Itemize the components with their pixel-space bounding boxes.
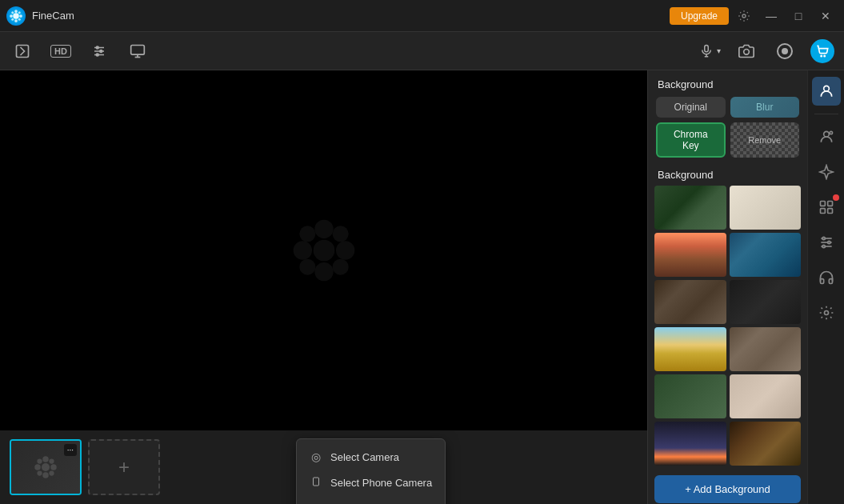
camera-snapshot-icon[interactable]	[734, 38, 759, 64]
adjust-panel-button[interactable]	[812, 228, 841, 257]
add-scene-button[interactable]: +	[88, 439, 160, 495]
effects-panel-button[interactable]	[812, 158, 841, 186]
bg-thumb-4[interactable]	[730, 233, 802, 277]
svg-point-5	[11, 11, 14, 14]
add-background-button[interactable]: + Add Background	[654, 475, 801, 503]
bg-thumb-7[interactable]	[654, 327, 726, 371]
scene-menu-button[interactable]: ···	[64, 444, 77, 456]
export-icon[interactable]	[10, 38, 35, 64]
bg-remove-button[interactable]: Remove	[730, 122, 800, 158]
avatar-panel-button[interactable]	[812, 122, 841, 151]
minimize-button[interactable]: —	[759, 4, 783, 28]
svg-point-29	[293, 241, 311, 259]
svg-point-14	[96, 46, 98, 49]
bg-chroma-key-button[interactable]: Chroma Key	[656, 122, 726, 158]
select-phone-label: Select Phone Camera	[330, 477, 432, 489]
adjust-icon[interactable]	[86, 38, 112, 64]
bg-thumb-10[interactable]	[730, 374, 802, 418]
svg-rect-51	[820, 209, 825, 214]
gear-panel-button[interactable]	[812, 298, 841, 327]
right-panel: Background Original Blur Chroma Key Remo…	[647, 70, 807, 504]
camera-view	[0, 70, 647, 430]
bg-thumb-3[interactable]	[654, 233, 726, 277]
svg-point-1	[14, 10, 18, 13]
svg-point-42	[37, 470, 42, 475]
svg-point-6	[18, 11, 21, 14]
scene-bar: ··· + ◎ Select Camera	[0, 430, 647, 504]
svg-point-56	[822, 237, 825, 239]
record-button[interactable]	[772, 38, 798, 64]
svg-rect-52	[827, 209, 832, 214]
bg-original-button[interactable]: Original	[656, 97, 726, 118]
settings-titlebar-button[interactable]	[732, 4, 756, 28]
background-gallery	[648, 186, 807, 472]
divider	[814, 114, 838, 114]
svg-point-15	[100, 50, 102, 52]
close-button[interactable]: ✕	[814, 4, 838, 28]
monitor-icon[interactable]	[125, 38, 150, 64]
maximize-button[interactable]: □	[786, 4, 810, 28]
bg-thumb-12[interactable]	[730, 422, 802, 466]
svg-point-23	[744, 49, 750, 54]
bg-thumb-1[interactable]	[654, 186, 726, 230]
svg-point-8	[18, 18, 21, 20]
badge	[833, 194, 839, 201]
record-inner	[782, 48, 788, 54]
svg-point-47	[823, 131, 829, 137]
scene-thumbnail[interactable]: ···	[10, 439, 82, 495]
svg-point-34	[332, 259, 348, 275]
bg-thumb-11[interactable]	[654, 422, 726, 466]
background-options: Original Blur Chroma Key Remove	[648, 97, 807, 164]
svg-point-57	[827, 241, 830, 243]
layers-panel-button[interactable]	[812, 193, 841, 222]
svg-point-36	[42, 456, 49, 462]
svg-point-39	[50, 464, 57, 470]
context-menu-delete-scenes[interactable]: Delete Scenes	[297, 496, 445, 504]
context-menu-select-phone[interactable]: Select Phone Camera	[297, 470, 445, 496]
mic-dropdown-button[interactable]: ▾	[717, 46, 721, 55]
svg-point-41	[49, 458, 54, 463]
svg-rect-17	[131, 45, 145, 54]
bg-gallery-title: Background	[648, 164, 807, 186]
svg-rect-50	[827, 202, 832, 206]
svg-point-2	[14, 19, 18, 22]
svg-point-37	[42, 472, 49, 478]
svg-point-31	[299, 226, 315, 242]
svg-point-46	[823, 86, 829, 91]
hd-button[interactable]: HD	[48, 38, 74, 64]
svg-point-3	[10, 14, 13, 18]
mic-button[interactable]	[699, 44, 714, 58]
bg-thumb-8[interactable]	[730, 327, 802, 371]
svg-point-30	[336, 241, 354, 259]
bg-thumb-6[interactable]	[730, 280, 802, 324]
select-camera-label: Select Camera	[330, 451, 399, 463]
svg-rect-44	[314, 478, 319, 486]
audio-panel-button[interactable]	[812, 263, 841, 292]
select-camera-icon: ◎	[310, 450, 322, 463]
svg-point-33	[299, 259, 315, 275]
context-menu: ◎ Select Camera Select Phone Camera	[296, 438, 446, 504]
titlebar-right: Upgrade — □ ✕	[670, 4, 838, 28]
bg-blur-button[interactable]: Blur	[730, 97, 800, 118]
mic-group: ▾	[699, 44, 721, 58]
bg-thumb-5[interactable]	[654, 280, 726, 324]
svg-point-0	[13, 13, 19, 19]
phone-camera-icon	[310, 476, 322, 490]
record-icon	[777, 43, 793, 59]
toolbar: HD ▾	[0, 32, 844, 70]
bg-thumb-2[interactable]	[730, 186, 802, 230]
svg-point-24	[821, 55, 822, 56]
svg-point-40	[37, 458, 42, 463]
svg-rect-20	[705, 45, 709, 51]
svg-point-27	[314, 220, 333, 238]
person-panel-button[interactable]	[812, 77, 841, 106]
svg-point-38	[34, 464, 41, 470]
upgrade-button[interactable]: Upgrade	[670, 7, 729, 25]
svg-point-32	[332, 226, 348, 242]
svg-point-35	[42, 463, 50, 471]
camera-watermark	[292, 218, 356, 282]
stream-button[interactable]	[810, 39, 834, 63]
context-menu-select-camera[interactable]: ◎ Select Camera	[297, 444, 445, 470]
svg-point-26	[313, 240, 334, 262]
bg-thumb-9[interactable]	[654, 374, 726, 418]
